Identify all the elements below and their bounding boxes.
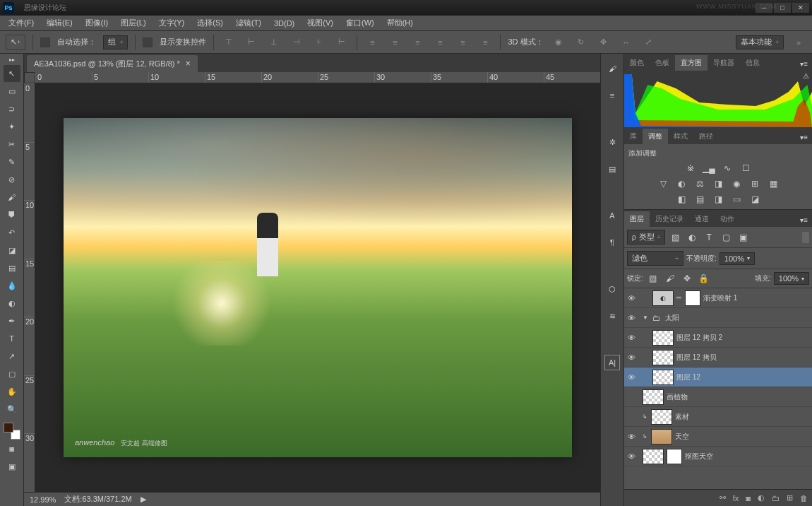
healing-brush-tool[interactable]: ⊘ <box>4 171 20 188</box>
lock-pos-icon[interactable]: ✥ <box>680 273 694 284</box>
tab-actions[interactable]: 动作 <box>715 211 740 227</box>
layer-name[interactable]: 图层 12 拷贝 <box>676 353 717 363</box>
layer-mask-thumbnail[interactable] <box>685 290 700 306</box>
filter-adjust-icon[interactable]: ◐ <box>685 232 699 243</box>
layer-row[interactable]: 👁图层 12 <box>624 367 812 387</box>
align-right-icon[interactable]: ⊢ <box>334 35 350 49</box>
layer-thumbnail[interactable] <box>652 350 674 365</box>
lasso-tool[interactable]: ⊃ <box>4 100 20 117</box>
eyedropper-tool[interactable]: ✎ <box>4 153 20 170</box>
distribute-2-icon[interactable]: ≡ <box>387 35 402 49</box>
visibility-toggle-icon[interactable]: 👁 <box>626 334 637 342</box>
layer-row[interactable]: 👁图层 12 拷贝 2 <box>624 328 812 348</box>
tab-color[interactable]: 颜色 <box>624 55 650 71</box>
visibility-toggle-icon[interactable]: 👁 <box>626 294 637 302</box>
layer-thumbnail[interactable] <box>651 429 672 445</box>
layer-thumbnail[interactable] <box>643 389 664 405</box>
document-tab[interactable]: AE3A1036.psd @ 13% (图层 12, RGB/8) * × <box>27 55 198 72</box>
color-lookup-icon[interactable]: ▦ <box>766 178 780 189</box>
3d-panel-icon[interactable]: ⬡ <box>604 281 620 297</box>
hue-icon[interactable]: ◐ <box>674 178 688 189</box>
gradient-tool[interactable]: ▤ <box>4 259 20 276</box>
channel-mixer-icon[interactable]: ⊞ <box>748 178 762 189</box>
type-panel-icon[interactable]: A| <box>604 355 620 370</box>
layer-thumbnail[interactable] <box>652 370 674 385</box>
filter-pixel-icon[interactable]: ▧ <box>668 232 682 243</box>
layer-row[interactable]: ↳素材 <box>624 407 812 427</box>
canvas[interactable]: anwenchao 安文超 高端修图 <box>35 83 600 492</box>
clone-source-icon[interactable]: ✲ <box>604 134 620 150</box>
layer-row[interactable]: 画植物 <box>624 387 812 407</box>
menu-image[interactable]: 图像(I) <box>80 16 114 30</box>
exposure-icon[interactable]: ☐ <box>739 163 753 174</box>
type-tool[interactable]: T <box>4 330 20 347</box>
link-layers-icon[interactable]: ⚯ <box>720 493 726 502</box>
new-group-icon[interactable]: 🗀 <box>772 494 780 502</box>
lock-pixel-icon[interactable]: 🖌 <box>663 273 677 284</box>
search-docs-icon[interactable]: » <box>791 35 806 49</box>
layer-name[interactable]: 渐变映射 1 <box>703 293 737 303</box>
eraser-tool[interactable]: ◪ <box>4 242 20 259</box>
filter-smart-icon[interactable]: ▣ <box>736 232 750 243</box>
paragraph-icon[interactable]: ¶ <box>604 235 620 250</box>
doc-size-label[interactable]: 文档:63.3M/371.2M <box>64 494 131 505</box>
tab-swatches[interactable]: 色板 <box>650 55 675 71</box>
screen-mode-tool[interactable]: ▣ <box>4 458 20 475</box>
status-arrow-icon[interactable]: ▶ <box>141 495 146 504</box>
brush-tool[interactable]: 🖌 <box>4 189 20 206</box>
path-select-tool[interactable]: ↗ <box>4 348 20 365</box>
layer-row[interactable]: 👁↳天空 <box>624 427 812 447</box>
histogram-menu-icon[interactable]: ▾≡ <box>796 57 812 71</box>
3d-roll-icon[interactable]: ↻ <box>573 35 589 49</box>
fill-input[interactable]: 100%▾ <box>774 272 809 285</box>
layers-menu-icon[interactable]: ▾≡ <box>796 213 812 227</box>
delete-layer-icon[interactable]: 🗑 <box>800 494 808 502</box>
layer-list[interactable]: 👁◐⚯渐变映射 1👁▼🗀太阳👁图层 12 拷贝 2👁图层 12 拷贝👁图层 12… <box>624 288 812 489</box>
selective-color-icon[interactable]: ◪ <box>748 194 762 205</box>
menu-window[interactable]: 窗口(W) <box>340 16 380 30</box>
zoom-level[interactable]: 12.99% <box>30 495 56 504</box>
menu-view[interactable]: 视图(V) <box>301 16 339 30</box>
visibility-toggle-icon[interactable]: 👁 <box>626 353 637 362</box>
layer-filter-kind[interactable]: ρ 类型 ÷ <box>627 230 665 245</box>
visibility-toggle-icon[interactable]: 👁 <box>626 452 637 461</box>
auto-select-checkbox[interactable] <box>40 37 50 47</box>
ruler-horizontal[interactable]: 051015202530354045 <box>35 72 600 83</box>
layer-row[interactable]: 👁◐⚯渐变映射 1 <box>624 288 812 308</box>
tab-library[interactable]: 库 <box>624 129 643 144</box>
ruler-origin[interactable] <box>24 72 35 83</box>
brush-panel-icon[interactable]: 🖌 <box>604 61 620 76</box>
filter-type-icon[interactable]: T <box>702 232 716 243</box>
workspace-dropdown[interactable]: 基本功能÷ <box>736 35 784 49</box>
photo-filter-icon[interactable]: ◉ <box>729 178 744 189</box>
curves-icon[interactable]: ∿ <box>720 163 734 174</box>
layer-thumbnail[interactable] <box>652 330 674 346</box>
tab-channels[interactable]: 通道 <box>689 211 715 227</box>
invert-icon[interactable]: ◧ <box>674 194 688 205</box>
gradient-map-icon[interactable]: ▭ <box>729 194 744 205</box>
lock-trans-icon[interactable]: ▧ <box>646 273 660 284</box>
histogram-warning-icon[interactable]: ⚠ <box>803 72 809 80</box>
align-top-icon[interactable]: ⊤ <box>221 35 237 49</box>
menu-help[interactable]: 帮助(H) <box>381 16 419 30</box>
filter-toggle[interactable] <box>802 232 809 243</box>
distribute-3-icon[interactable]: ≡ <box>410 35 425 49</box>
group-disclosure-icon[interactable]: ▼ <box>643 314 650 321</box>
dodge-tool[interactable]: ◐ <box>4 295 20 312</box>
layer-thumbnail[interactable] <box>643 449 664 464</box>
menu-edit[interactable]: 编辑(E) <box>41 16 78 30</box>
layer-row[interactable]: 👁▼🗀太阳 <box>624 308 812 328</box>
filter-shape-icon[interactable]: ▢ <box>719 232 733 243</box>
quick-mask-tool[interactable]: ◙ <box>4 440 20 457</box>
menu-layer[interactable]: 图层(L) <box>115 16 151 30</box>
marquee-tool[interactable]: ▭ <box>4 83 20 100</box>
align-hcenter-icon[interactable]: ⊦ <box>311 35 327 49</box>
brightness-icon[interactable]: ※ <box>683 163 698 174</box>
distribute-6-icon[interactable]: ≡ <box>477 35 493 49</box>
distribute-5-icon[interactable]: ≡ <box>455 35 470 49</box>
close-tab-icon[interactable]: × <box>186 59 191 69</box>
history-brush-tool[interactable]: ↶ <box>4 224 20 241</box>
tab-info[interactable]: 信息 <box>740 55 765 71</box>
properties-icon[interactable]: ▤ <box>604 161 620 177</box>
brush-presets-icon[interactable]: ≡ <box>604 88 620 103</box>
